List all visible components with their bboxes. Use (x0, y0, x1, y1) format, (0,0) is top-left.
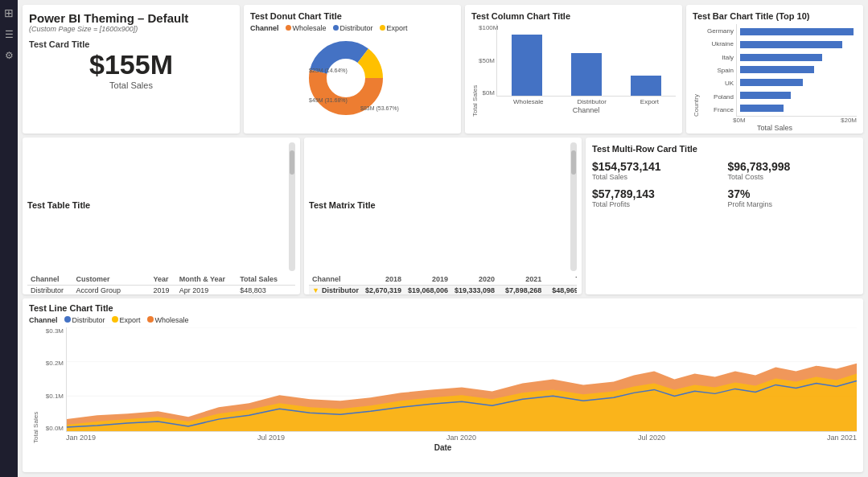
sidebar-icon-person[interactable]: ⚙ (5, 50, 14, 61)
card-label: Test Card Title (29, 39, 233, 49)
data-table: Channel Customer Year Month & Year Total… (27, 273, 295, 294)
metric-profit-margins: 37% Profit Margins (728, 187, 858, 208)
matrix-group-header: ▼Distributor $2,670,319 $19,068,006 $19,… (309, 286, 577, 295)
column-x-labels: Wholesale Distributor Export (496, 98, 676, 105)
metric-profit-margins-value: 37% (728, 187, 858, 200)
column-bar-wholesale (512, 35, 542, 96)
metric-total-sales-label: Total Sales (592, 173, 722, 181)
th-channel: Channel (27, 273, 73, 286)
bar-y-axis-label: Country (693, 24, 700, 117)
line-chart-svg (66, 327, 857, 432)
matrix-scrollbar-thumb (571, 150, 576, 175)
metric-total-profits-value: $57,789,143 (592, 187, 722, 200)
mth-2021: 2021 (498, 273, 545, 286)
mth-2020: 2020 (451, 273, 498, 286)
legend-export-line: Export (112, 316, 141, 324)
column-y-axis-label: Total Sales (471, 24, 479, 117)
mth-total: Total (545, 273, 577, 286)
column-bars-area (496, 24, 676, 97)
th-month-year: Month & Year (176, 273, 237, 286)
sidebar-icon-grid[interactable]: ⊞ (4, 6, 14, 19)
line-chart-area-wrapper: Jan 2019 Jul 2019 Jan 2020 Jul 2020 Jan … (66, 327, 857, 443)
table-card: Test Table Title Channel Customer Year M… (23, 138, 300, 294)
expand-icon[interactable]: ▼ (312, 286, 319, 294)
metric-total-costs-value: $96,783,998 (728, 160, 858, 173)
matrix-table: Channel 2018 2019 2020 2021 Total ▼Distr… (309, 273, 577, 294)
svg-text:$49M (31.68%): $49M (31.68%) (309, 97, 348, 104)
column-chart-card: Test Column Chart Title Total Sales $100… (465, 5, 682, 134)
svg-text:$83M (53.67%): $83M (53.67%) (360, 105, 399, 112)
table-card-title: Test Table Title (27, 200, 90, 210)
sidebar: ⊞ ☰ ⚙ (0, 0, 18, 477)
legend-distributor: Distributor (333, 24, 373, 32)
column-chart-area-wrapper: $100M $50M $0M Wholesale Distributor (479, 24, 676, 117)
legend-export: Export (380, 24, 408, 32)
metric-total-profits-label: Total Profits (592, 200, 722, 208)
line-legend-label: Channel (29, 316, 58, 324)
donut-chart-title: Test Donut Chart Title (250, 11, 455, 21)
th-customer: Customer (73, 273, 150, 286)
matrix-scrollbar[interactable] (570, 142, 577, 271)
table-row: DistributorAccord Group2019Apr 2019$48,8… (27, 286, 295, 295)
column-x-title: Channel (496, 106, 676, 114)
column-bar-export (631, 76, 661, 96)
line-chart-legend: Channel Distributor Export Wholesale (29, 316, 857, 324)
total-label: Total Sales (29, 80, 233, 90)
donut-chart-card: Test Donut Chart Title Channel Wholesale… (244, 5, 461, 134)
title-card: Power BI Theming – Default (Custom Page … (23, 5, 240, 134)
column-bar-distributor (571, 53, 602, 96)
table-body: DistributorAccord Group2019Apr 2019$48,8… (27, 286, 295, 295)
column-chart-title: Test Column Chart Title (471, 11, 676, 21)
multirow-card-title: Test Multi-Row Card Title (592, 144, 857, 154)
donut-svg: $23M (14.64%) $49M (31.68%) $83M (53.67%… (300, 34, 405, 122)
main-content: Power BI Theming – Default (Custom Page … (18, 0, 868, 477)
matrix-scroll-area[interactable]: Channel 2018 2019 2020 2021 Total ▼Distr… (309, 273, 577, 294)
line-chart-card: Test Line Chart Title Channel Distributo… (23, 298, 863, 472)
metric-profit-margins-label: Profit Margins (728, 200, 858, 208)
bar-x-labels: $0M $20M (693, 117, 857, 124)
bar-chart-area (736, 24, 857, 117)
line-y-axis-title: Total Sales (29, 327, 42, 443)
app-title: Power BI Theming – Default (29, 11, 233, 25)
legend-distributor-line: Distributor (64, 316, 105, 324)
matrix-card-title: Test Matrix Title (309, 200, 376, 210)
donut-legend: Channel Wholesale Distributor Export (250, 24, 455, 32)
donut-chart-visual: $23M (14.64%) $49M (31.68%) $83M (53.67%… (250, 34, 455, 122)
svg-point-3 (330, 62, 362, 94)
metric-total-costs: $96,783,998 Total Costs (728, 160, 858, 181)
legend-channel-label: Channel (250, 24, 279, 32)
mth-channel: Channel (309, 273, 362, 286)
line-chart-title: Test Line Chart Title (29, 303, 857, 313)
matrix-card: Test Matrix Title Channel 2018 2019 2020 (304, 138, 582, 294)
bar-chart-title: Test Bar Chart Title (Top 10) (693, 11, 857, 21)
line-x-labels: Jan 2019 Jul 2019 Jan 2020 Jul 2020 Jan … (66, 432, 857, 443)
table-scrollbar[interactable] (289, 142, 295, 271)
mth-2019: 2019 (405, 273, 451, 286)
metric-total-costs-label: Total Costs (728, 173, 858, 181)
table-scroll-area[interactable]: Channel Customer Year Month & Year Total… (27, 273, 295, 294)
metric-total-profits: $57,789,143 Total Profits (592, 187, 722, 208)
column-y-labels: $100M $50M $0M (479, 24, 495, 97)
bar-x-title: Total Sales (693, 124, 857, 132)
svg-text:$23M (14.64%): $23M (14.64%) (309, 68, 348, 74)
th-total-sales: Total Sales (237, 273, 295, 286)
bar-chart-wrapper: Country Germany Ukraine Italy Spain UK P… (693, 24, 857, 117)
metric-total-sales: $154,573,141 Total Sales (592, 160, 722, 181)
line-x-title: Date (29, 443, 857, 452)
line-chart-wrapper: Total Sales $0.3M $0.2M $0.1M $0.0M (29, 327, 857, 443)
metric-total-sales-value: $154,573,141 (592, 160, 722, 173)
legend-wholesale: Wholesale (286, 24, 327, 32)
column-chart-wrapper: Total Sales $100M $50M $0M (471, 24, 676, 117)
table-scrollbar-thumb (290, 150, 294, 175)
mth-2018: 2018 (362, 273, 405, 286)
multirow-card: Test Multi-Row Card Title $154,573,141 T… (586, 138, 863, 294)
line-y-labels: $0.3M $0.2M $0.1M $0.0M (42, 327, 66, 432)
app-subtitle: (Custom Page Size = [1600x900]) (29, 25, 233, 33)
th-year: Year (150, 273, 175, 286)
sidebar-icon-table[interactable]: ☰ (5, 29, 14, 40)
legend-wholesale-line: Wholesale (147, 316, 189, 324)
bar-country-labels: Germany Ukraine Italy Spain UK Poland Fr… (700, 24, 736, 117)
big-number: $155M (29, 49, 233, 80)
bar-chart-card: Test Bar Chart Title (Top 10) Country Ge… (686, 5, 863, 134)
